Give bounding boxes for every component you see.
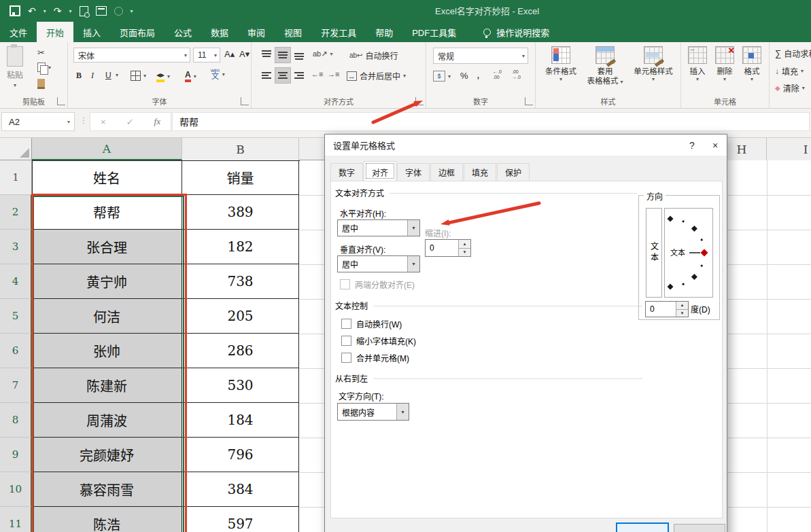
page-setup-icon[interactable] <box>96 6 107 16</box>
percent-style-button[interactable]: % <box>460 71 468 81</box>
save-icon[interactable] <box>10 5 20 16</box>
degrees-spin-down-icon[interactable]: ▼ <box>676 310 688 317</box>
phonetic-guide-button[interactable]: wén文 ▾ <box>211 68 225 80</box>
qat-customize-icon[interactable]: ▾ <box>131 8 133 14</box>
dialog-close-icon[interactable]: × <box>704 135 727 156</box>
dialog-help-icon[interactable]: ? <box>680 135 704 156</box>
cell-styles-button[interactable]: 单元格样式▾ <box>629 46 677 83</box>
delete-cells-button[interactable]: 删除▾ <box>712 46 737 83</box>
vertical-align-caret-icon[interactable]: ▾ <box>407 256 419 272</box>
vertical-text-option[interactable]: 文本 <box>646 208 662 298</box>
cancel-entry-icon[interactable]: × <box>101 117 106 127</box>
cell-a7[interactable]: 陈建新 <box>32 368 182 403</box>
row-header-5[interactable]: 5 <box>0 299 32 334</box>
middle-align-button[interactable] <box>275 47 291 63</box>
wrap-text-button[interactable]: ab↩自动换行 <box>349 50 398 61</box>
dialog-tab-font[interactable]: 字体 <box>397 163 430 181</box>
cell-b4[interactable]: 738 <box>182 264 299 299</box>
row-header-9[interactable]: 9 <box>0 438 32 472</box>
font-color-button[interactable]: A▾ <box>185 71 196 82</box>
cell-b7[interactable]: 530 <box>182 368 299 403</box>
cell-a11[interactable]: 陈浩 <box>32 507 182 532</box>
cell-b10[interactable]: 384 <box>182 472 299 507</box>
vertical-align-select[interactable]: 居中 ▾ <box>337 255 420 272</box>
dialog-tab-border[interactable]: 边框 <box>430 163 463 181</box>
fill-color-button[interactable]: ◂▸▾ <box>156 71 170 82</box>
tab-pdf-tools[interactable]: PDF工具集 <box>402 22 466 42</box>
tab-help[interactable]: 帮助 <box>366 22 402 42</box>
italic-button[interactable]: I <box>91 71 94 81</box>
format-cells-button[interactable]: 格式▾ <box>740 46 764 83</box>
row-header-11[interactable]: 11 <box>0 507 32 532</box>
justify-distributed-checkbox[interactable] <box>340 279 350 289</box>
redo-icon[interactable]: ↷ <box>54 6 62 16</box>
tab-file[interactable]: 文件 <box>0 22 37 42</box>
cut-button[interactable]: ✂ <box>37 48 45 58</box>
align-center-button[interactable] <box>275 67 291 84</box>
degrees-spin-up-icon[interactable]: ▲ <box>676 302 688 310</box>
print-preview-icon[interactable] <box>80 6 88 16</box>
row-header-10[interactable]: 10 <box>0 472 32 507</box>
tab-data[interactable]: 数据 <box>201 22 238 42</box>
tab-formulas[interactable]: 公式 <box>165 22 201 42</box>
row-header-1[interactable]: 1 <box>0 160 32 195</box>
dialog-tab-alignment[interactable]: 对齐 <box>364 161 396 181</box>
bottom-align-button[interactable] <box>291 47 307 63</box>
dialog-tab-number[interactable]: 数字 <box>330 163 363 181</box>
cell-b9[interactable]: 796 <box>182 438 299 472</box>
bold-button[interactable]: B <box>76 71 82 81</box>
row-header-7[interactable]: 7 <box>0 368 32 403</box>
top-align-button[interactable] <box>258 47 275 63</box>
cell-a2-active[interactable]: 帮帮 <box>32 195 182 230</box>
horizontal-align-select[interactable]: 居中 ▾ <box>337 219 420 236</box>
tab-insert[interactable]: 插入 <box>73 22 110 42</box>
tab-page-layout[interactable]: 页面布局 <box>110 22 165 42</box>
fill-button[interactable]: ↓填充▾ <box>775 65 804 77</box>
tab-developer[interactable]: 开发工具 <box>311 22 366 42</box>
cell-a9[interactable]: 完颜婕妤 <box>32 438 182 472</box>
dialog-tab-fill[interactable]: 填充 <box>464 163 496 181</box>
cell-a4[interactable]: 黄宁帅 <box>32 264 182 299</box>
column-header-b[interactable]: B <box>182 138 299 160</box>
cell-a3[interactable]: 张合理 <box>32 230 182 264</box>
tab-home[interactable]: 开始 <box>37 22 73 42</box>
select-all-corner[interactable] <box>0 138 32 160</box>
indent-spinner[interactable]: 0 ▲▼ <box>425 239 471 257</box>
copy-button[interactable]: ▾ <box>37 63 51 72</box>
insert-function-icon[interactable]: fx <box>154 116 160 127</box>
tab-review[interactable]: 审阅 <box>238 22 275 42</box>
borders-button[interactable]: ▾ <box>131 71 146 81</box>
cell-b3[interactable]: 182 <box>182 230 299 264</box>
column-header-i[interactable]: I <box>767 138 811 160</box>
comma-style-button[interactable]: , <box>477 68 480 82</box>
ok-button[interactable] <box>616 522 669 532</box>
decrease-decimal-button[interactable]: .00 →.0 <box>512 69 525 81</box>
merge-cells-checkbox[interactable] <box>341 353 351 363</box>
name-box-caret-icon[interactable]: ▾ <box>67 119 74 125</box>
merge-center-button[interactable]: ↔合并后居中▾ <box>347 70 406 82</box>
number-format-select[interactable]: 常规▾ <box>433 48 528 64</box>
increase-decimal-button[interactable]: ←.0 .00 <box>493 69 506 81</box>
align-right-button[interactable] <box>291 67 307 84</box>
row-header-2[interactable]: 2 <box>0 195 32 230</box>
number-dialog-launcher[interactable] <box>525 97 533 105</box>
redo-caret-icon[interactable]: ▾ <box>69 8 71 14</box>
name-box[interactable]: A2 ▾ <box>1 112 75 131</box>
column-header-a[interactable]: A <box>32 138 182 160</box>
formula-input[interactable]: 帮帮 <box>172 112 810 131</box>
cell-b8[interactable]: 184 <box>182 403 299 438</box>
tab-view[interactable]: 视图 <box>275 22 311 42</box>
underline-button[interactable]: U <box>105 71 111 80</box>
row-header-6[interactable]: 6 <box>0 334 32 368</box>
row-header-8[interactable]: 8 <box>0 403 32 438</box>
cell-b1[interactable]: 销量 <box>182 160 299 195</box>
indent-spin-down-icon[interactable]: ▼ <box>459 249 470 257</box>
undo-icon[interactable]: ↶ <box>28 6 36 16</box>
underline-caret-icon[interactable]: ▾ <box>116 72 118 78</box>
text-direction-select[interactable]: 根据内容 ▾ <box>337 403 409 421</box>
text-direction-caret-icon[interactable]: ▾ <box>396 404 409 420</box>
align-left-button[interactable] <box>258 67 275 84</box>
cell-b11[interactable]: 597 <box>182 507 299 532</box>
accounting-format-button[interactable]: $▾ <box>433 71 451 82</box>
format-painter-button[interactable] <box>37 79 45 89</box>
